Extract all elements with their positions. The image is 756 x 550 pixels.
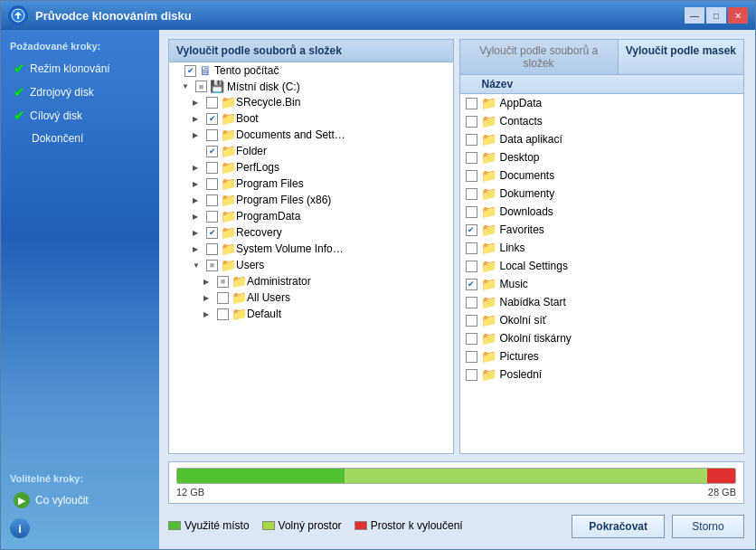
list-checkbox[interactable] — [466, 297, 477, 308]
info-button[interactable]: i — [10, 518, 30, 538]
cancel-button[interactable]: Storno — [672, 515, 744, 538]
tree-checkbox[interactable]: ✔ — [206, 113, 218, 125]
tree-row-folder[interactable]: ✔ 📁 Folder — [169, 143, 453, 159]
tree-checkbox[interactable] — [206, 97, 218, 109]
sidebar-item-clone-mode[interactable]: ✔ Režim klonování — [10, 59, 150, 79]
tree-arrow[interactable]: ▶ — [193, 115, 203, 123]
tree-arrow[interactable]: ▶ — [193, 245, 203, 253]
tree-row-sysvolume[interactable]: ▶ 📁 System Volume Info… — [169, 241, 453, 257]
list-checkbox[interactable] — [466, 152, 477, 164]
tree-checkbox[interactable] — [217, 292, 229, 304]
tab-files[interactable]: Vyloučit podle souborů a složek — [460, 40, 619, 74]
tree-checkbox[interactable] — [206, 243, 218, 255]
list-item-okolni-sit[interactable]: 📁 Okolní síť — [460, 311, 744, 329]
list-checkbox[interactable] — [466, 170, 477, 182]
list-item-appdata[interactable]: 📁 AppData — [460, 94, 744, 112]
tree-checkbox[interactable] — [206, 194, 218, 206]
list-item-links[interactable]: 📁 Links — [460, 239, 744, 257]
list-item-pictures[interactable]: 📁 Pictures — [460, 347, 744, 365]
list-item-local-settings[interactable]: 📁 Local Settings — [460, 257, 744, 275]
tree-checkbox[interactable] — [206, 211, 218, 223]
list-item-downloads[interactable]: 📁 Downloads — [460, 203, 744, 221]
tree-row-program-files[interactable]: ▶ 📁 Program Files — [169, 175, 453, 192]
tree-row-recovery[interactable]: ▶ ✔ 📁 Recovery — [169, 224, 453, 241]
tree-arrow[interactable]: ▶ — [193, 196, 203, 204]
list-checkbox[interactable] — [466, 333, 477, 345]
tree-arrow[interactable]: ▶ — [203, 278, 214, 286]
list-item-music[interactable]: ✔ 📁 Music — [460, 275, 744, 293]
list-checkbox[interactable] — [466, 116, 477, 128]
list-item-data-aplikaci[interactable]: 📁 Data aplikací — [460, 130, 744, 148]
tree-checkbox[interactable] — [206, 178, 218, 190]
tree-checkbox[interactable] — [206, 162, 218, 174]
list-checkbox[interactable] — [466, 315, 477, 327]
tree-arrow[interactable]: ▼ — [182, 82, 193, 90]
tree-row-boot[interactable]: ▶ ✔ 📁 Boot — [169, 110, 453, 127]
tree-checkbox[interactable] — [217, 308, 229, 320]
tree-row-perflogs[interactable]: ▶ 📁 PerfLogs — [169, 159, 453, 175]
right-panel-content[interactable]: 📁 AppData 📁 Contacts 📁 Data aplikací — [460, 94, 744, 453]
list-item-okolni-tiskarny[interactable]: 📁 Okolní tiskárny — [460, 329, 744, 347]
sidebar-item-finish[interactable]: Dokončení — [10, 129, 150, 147]
left-panel-header[interactable]: Vyloučit podle souborů a složek — [169, 40, 453, 62]
tree-arrow[interactable]: ▶ — [193, 229, 203, 237]
tree-arrow[interactable]: ▶ — [203, 310, 214, 318]
list-item-contacts[interactable]: 📁 Contacts — [460, 112, 744, 130]
list-item-nabidka-start[interactable]: 📁 Nabídka Start — [460, 293, 744, 311]
tree-arrow[interactable]: ▶ — [193, 99, 203, 107]
tree-arrow[interactable]: ▶ — [193, 164, 203, 172]
tree-row-default[interactable]: ▶ 📁 Default — [169, 306, 453, 322]
tree-label: System Volume Info… — [236, 242, 344, 255]
tree-row-users[interactable]: ▼ ■ 📁 Users — [169, 257, 453, 273]
tree-row-computer[interactable]: ✔ 🖥 Tento počítač — [169, 62, 453, 79]
list-item-documents[interactable]: 📁 Documents — [460, 166, 744, 185]
list-checkbox[interactable]: ✔ — [466, 224, 477, 236]
titlebar: Průvodce klonováním disku — □ ✕ — [1, 1, 755, 30]
list-checkbox[interactable] — [466, 242, 477, 254]
left-panel-content[interactable]: ✔ 🖥 Tento počítač ▼ ■ 💾 Místní disk (C:) — [169, 62, 453, 453]
tree-checkbox[interactable]: ✔ — [184, 65, 196, 77]
tree-row-allusers[interactable]: ▶ 📁 All Users — [169, 289, 453, 306]
sidebar-item-exclude[interactable]: ▶ Co vyloučit — [10, 489, 150, 511]
tree-row-local-disk[interactable]: ▼ ■ 💾 Místní disk (C:) — [169, 79, 453, 94]
tab-masks[interactable]: Vyloučit podle masek — [619, 40, 743, 74]
list-item-desktop[interactable]: 📁 Desktop — [460, 148, 744, 166]
tree-row-documents-settings[interactable]: ▶ 📁 Documents and Sett… — [169, 127, 453, 143]
tree-checkbox[interactable]: ✔ — [206, 227, 218, 239]
tree-checkbox[interactable]: ■ — [217, 276, 229, 288]
tree-row-programdata[interactable]: ▶ 📁 ProgramData — [169, 208, 453, 224]
minimize-button[interactable]: — — [685, 7, 704, 24]
list-item-posledni[interactable]: 📁 Poslední — [460, 365, 744, 384]
list-checkbox[interactable] — [466, 206, 477, 218]
tree-checkbox[interactable] — [206, 129, 218, 141]
sidebar-item-target-disk[interactable]: ✔ Cílový disk — [10, 106, 150, 126]
list-checkbox[interactable] — [466, 351, 477, 363]
tree-arrow[interactable]: ▶ — [193, 180, 203, 188]
tree-arrow[interactable]: ▶ — [203, 294, 214, 302]
tree-row-program-files-x86[interactable]: ▶ 📁 Program Files (x86) — [169, 192, 453, 208]
close-button[interactable]: ✕ — [728, 7, 748, 24]
list-checkbox[interactable]: ✔ — [466, 279, 477, 290]
tree-arrow[interactable]: ▶ — [193, 131, 203, 139]
tree-row-administrator[interactable]: ▶ ■ 📁 Administrator — [169, 273, 453, 289]
sidebar-item-source-disk[interactable]: ✔ Zdrojový disk — [10, 82, 150, 102]
list-item-dokumenty[interactable]: 📁 Dokumenty — [460, 185, 744, 203]
folder-icon: 📁 — [221, 160, 236, 175]
tree-checkbox[interactable]: ■ — [206, 260, 218, 271]
list-checkbox[interactable] — [466, 98, 477, 109]
tree-arrow[interactable]: ▶ — [193, 213, 203, 221]
list-checkbox[interactable] — [466, 188, 477, 200]
list-label: Favorites — [500, 223, 544, 236]
legend-used-color — [168, 521, 181, 530]
list-checkbox[interactable] — [466, 261, 477, 272]
list-checkbox[interactable] — [466, 369, 477, 381]
tree-row-srecycle[interactable]: ▶ 📁 SRecycle.Bin — [169, 94, 453, 110]
list-item-favorites[interactable]: ✔ 📁 Favorites — [460, 221, 744, 239]
list-checkbox[interactable] — [466, 134, 477, 146]
tree-checkbox[interactable]: ✔ — [206, 146, 218, 157]
maximize-button[interactable]: □ — [706, 7, 726, 24]
next-button[interactable]: Pokračovat — [572, 515, 665, 538]
tree-checkbox[interactable]: ■ — [195, 81, 207, 92]
tree-arrow[interactable]: ▼ — [193, 261, 203, 270]
tree-label: Boot — [236, 112, 259, 125]
